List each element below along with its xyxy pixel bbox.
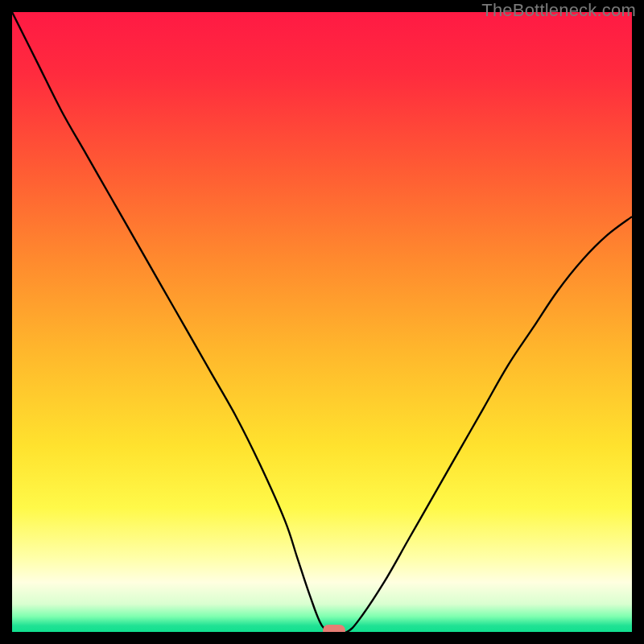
optimal-marker: [323, 625, 345, 632]
chart-frame: TheBottleneck.com: [0, 0, 644, 644]
gradient-background: [12, 12, 632, 632]
plot-area: [12, 12, 632, 632]
watermark-text: TheBottleneck.com: [481, 0, 636, 21]
chart-svg: [12, 12, 632, 632]
